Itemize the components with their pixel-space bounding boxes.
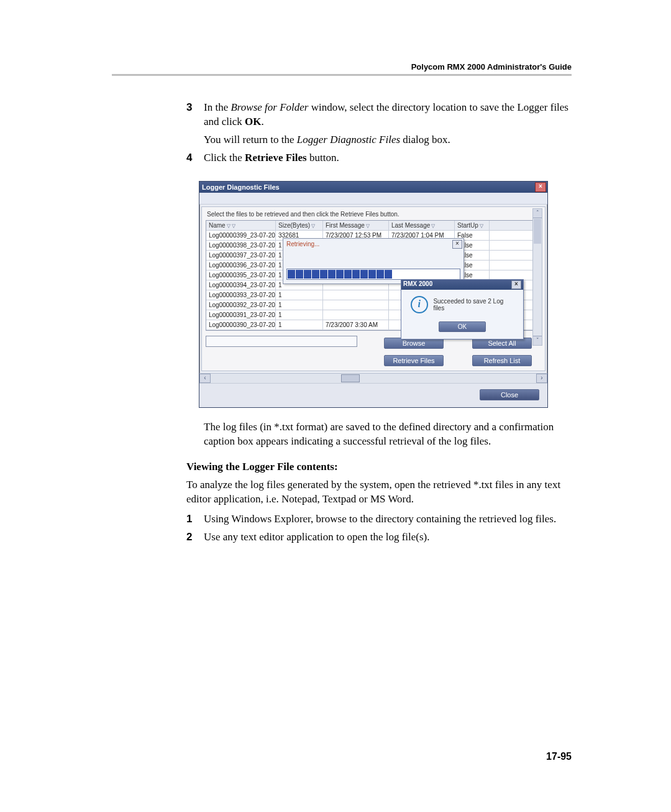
cell-name: Log00000398_23-07-20 bbox=[206, 241, 276, 250]
close-icon[interactable]: × bbox=[535, 182, 546, 192]
popup-title: RMX 2000 bbox=[403, 280, 432, 289]
info-icon: i bbox=[411, 296, 428, 313]
dialog-footer: Close bbox=[199, 383, 547, 407]
col-label: StartUp bbox=[457, 222, 478, 229]
scroll-track[interactable] bbox=[211, 374, 536, 383]
scroll-thumb[interactable] bbox=[341, 374, 360, 382]
retrieving-label: Retrieving... bbox=[286, 241, 460, 247]
scroll-down-icon[interactable]: ˅ bbox=[533, 336, 542, 345]
subheading: Viewing the Logger File contents: bbox=[186, 460, 572, 474]
step-number: 1 bbox=[186, 512, 204, 527]
col-last-message[interactable]: Last Message▽ bbox=[389, 221, 455, 230]
cell-name: Log00000391_23-07-20 bbox=[206, 310, 276, 320]
filter-icon[interactable]: ▽ bbox=[232, 223, 235, 229]
path-input[interactable] bbox=[206, 336, 357, 347]
step-3-follow: You will return to the Logger Diagnostic… bbox=[204, 133, 572, 147]
retrieve-files-button[interactable]: Retrieve Files bbox=[384, 355, 444, 366]
col-label: Last Message bbox=[391, 222, 430, 229]
step-text: In the Browse for Folder window, select … bbox=[204, 101, 572, 129]
dialog-instructions: Select the files to be retrieved and the… bbox=[202, 207, 545, 220]
dialog-title: Logger Diagnostic Files bbox=[202, 183, 280, 191]
vertical-scrollbar[interactable]: ˄ ˅ bbox=[532, 208, 542, 346]
cell-size: 1 bbox=[276, 300, 323, 310]
filter-icon[interactable]: ▽ bbox=[227, 223, 231, 229]
cell-name: Log00000390_23-07-20 bbox=[206, 320, 276, 330]
filter-icon[interactable]: ▽ bbox=[431, 223, 435, 229]
step-number: 4 bbox=[186, 151, 204, 165]
close-icon[interactable]: × bbox=[452, 240, 462, 249]
step-text: Using Windows Explorer, browse to the di… bbox=[204, 512, 572, 527]
col-label: First Message bbox=[326, 222, 365, 229]
text: dialog box. bbox=[400, 134, 450, 145]
horizontal-scrollbar[interactable]: ‹ › bbox=[199, 373, 547, 383]
cell-first bbox=[323, 310, 389, 320]
cell-name: Log00000395_23-07-20 bbox=[206, 270, 276, 280]
body-text-block-2: The log files (in *.txt format) are save… bbox=[186, 420, 572, 545]
cell-name: Log00000393_23-07-20 bbox=[206, 290, 276, 300]
body-text-block: 3 In the Browse for Folder window, selec… bbox=[186, 101, 572, 165]
text: In the bbox=[204, 101, 231, 113]
logger-dialog: Logger Diagnostic Files × ˄ ˅ Select the… bbox=[199, 181, 548, 408]
step-3: 3 In the Browse for Folder window, selec… bbox=[186, 101, 572, 129]
popup-body: i Succeeded to save 2 Log files OK bbox=[401, 290, 523, 339]
running-header: Polycom RMX 2000 Administrator's Guide bbox=[112, 62, 572, 72]
step-number: 3 bbox=[186, 101, 204, 129]
retrieving-dialog: × Retrieving... bbox=[283, 238, 464, 284]
col-startup[interactable]: StartUp▽ bbox=[455, 221, 490, 230]
progress-bar bbox=[286, 269, 460, 280]
close-button[interactable]: Close bbox=[480, 389, 539, 400]
cell-name: Log00000392_23-07-20 bbox=[206, 300, 276, 310]
scroll-right-icon[interactable]: › bbox=[536, 374, 547, 383]
col-first-message[interactable]: First Message▽ bbox=[323, 221, 389, 230]
filter-icon[interactable]: ▽ bbox=[366, 223, 370, 229]
dialog-titlebar[interactable]: Logger Diagnostic Files × bbox=[199, 182, 547, 193]
text: You will return to the bbox=[204, 134, 297, 145]
filter-icon[interactable]: ▽ bbox=[480, 223, 483, 229]
page-number: 17-95 bbox=[546, 751, 572, 762]
filter-icon[interactable]: ▽ bbox=[311, 223, 315, 229]
step-text: Click the Retrieve Files button. bbox=[204, 151, 572, 165]
after-figure-text: The log files (in *.txt format) are save… bbox=[204, 420, 572, 449]
confirmation-popup: RMX 2000 × i Succeeded to save 2 Log fil… bbox=[401, 279, 524, 339]
ok-button[interactable]: OK bbox=[439, 321, 486, 332]
col-size[interactable]: Size(Bytes)▽ bbox=[276, 221, 323, 230]
refresh-list-button[interactable]: Refresh List bbox=[472, 355, 532, 366]
cell-size: 1 bbox=[276, 320, 323, 330]
close-icon[interactable]: × bbox=[511, 280, 521, 289]
italic-text: Browse for Folder bbox=[231, 101, 308, 113]
cell-name: Log00000394_23-07-20 bbox=[206, 280, 276, 290]
cell-name: Log00000397_23-07-20 bbox=[206, 251, 276, 260]
document-page: Polycom RMX 2000 Administrator's Guide 3… bbox=[0, 0, 671, 812]
dialog-toolbar-blank bbox=[199, 193, 547, 205]
popup-message: Succeeded to save 2 Log files bbox=[433, 298, 514, 311]
dialog-button-row-2: Retrieve Files Refresh List bbox=[202, 353, 545, 371]
scroll-left-icon[interactable]: ‹ bbox=[199, 374, 211, 383]
scroll-thumb[interactable] bbox=[534, 219, 541, 244]
cell-name: Log00000399_23-07-20 bbox=[206, 231, 276, 240]
scroll-up-icon[interactable]: ˄ bbox=[533, 209, 542, 218]
view-step-1: 1 Using Windows Explorer, browse to the … bbox=[186, 512, 572, 527]
table-header[interactable]: Name▽▽ Size(Bytes)▽ First Message▽ Last … bbox=[206, 221, 533, 231]
cell-name: Log00000396_23-07-20 bbox=[206, 261, 276, 270]
italic-text: Logger Diagnostic Files bbox=[297, 134, 400, 145]
cell-first: 7/23/2007 3:30 AM bbox=[323, 320, 389, 330]
view-paragraph: To analyze the log files generated by th… bbox=[186, 478, 572, 507]
text: button. bbox=[307, 152, 339, 164]
popup-titlebar[interactable]: RMX 2000 × bbox=[401, 280, 523, 290]
step-number: 2 bbox=[186, 530, 204, 545]
step-4: 4 Click the Retrieve Files button. bbox=[186, 151, 572, 165]
col-label: Size(Bytes) bbox=[278, 222, 310, 229]
text: . bbox=[262, 116, 264, 127]
dialog-client-area: ˄ ˅ Select the files to be retrieved and… bbox=[201, 206, 545, 371]
col-label: Name bbox=[209, 222, 226, 229]
header-rule bbox=[112, 74, 572, 76]
bold-text: OK bbox=[245, 116, 261, 127]
step-text: Use any text editor application to open … bbox=[204, 530, 572, 545]
col-name[interactable]: Name▽▽ bbox=[206, 221, 276, 230]
cell-first bbox=[323, 290, 389, 300]
cell-size: 1 bbox=[276, 290, 323, 300]
cell-first bbox=[323, 300, 389, 310]
view-step-2: 2 Use any text editor application to ope… bbox=[186, 530, 572, 545]
bold-text: Retrieve Files bbox=[245, 152, 307, 164]
text: Click the bbox=[204, 152, 245, 164]
